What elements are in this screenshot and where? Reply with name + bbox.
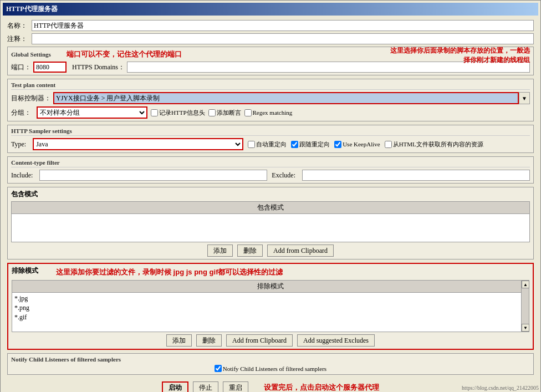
start-btn[interactable]: 启动 [162, 381, 188, 392]
include-list-header: 包含模式 [12, 202, 529, 214]
include-section: 包含模式 包含模式 添加 删除 Add from Clipboard [7, 187, 534, 259]
test-plan-section: Test plan content 目标控制器： ▼ 分组： 不对样本分组 [7, 79, 534, 121]
cb-regex[interactable] [244, 109, 252, 116]
annotation-exclude: 这里添加你要过滤的文件，录制时候 jpg js png gif都可以选择性的过滤 [56, 267, 283, 277]
annotation-target-line2: 择你刚才新建的线程组 [390, 55, 530, 65]
window-title: HTTP代理服务器 [3, 3, 538, 16]
content-filter-row: Include: Exclude: [11, 170, 530, 181]
name-label: 名称： [7, 21, 29, 30]
include-label: Include: [11, 171, 33, 180]
comment-label: 注释： [7, 34, 29, 44]
cb-html[interactable] [385, 141, 392, 148]
sampler-section: HTTP Sampler settings Type: Java 自动重定向 跟… [7, 125, 534, 153]
port-label: 端口： [11, 63, 31, 72]
type-select[interactable]: Java [33, 138, 243, 150]
type-label: Type: [11, 140, 26, 149]
exclude-btn-row: 添加 删除 Add from Clipboard Add suggested E… [12, 334, 529, 347]
exclude-del-btn[interactable]: 删除 [196, 334, 222, 347]
exclude-section-title: 排除模式 [12, 266, 45, 276]
main-window: HTTP代理服务器 名称： 注释： Global Settings 端口可以不变… [0, 0, 541, 392]
cb-notify[interactable] [215, 365, 222, 372]
restart-btn[interactable]: 重启 [223, 381, 248, 392]
test-plan-title: Test plan content [11, 82, 530, 90]
exclude-list-area: 排除模式 *.jpg *.png *.gif ▲ ▼ [12, 280, 529, 332]
annotation-target-line1: 这里选择你后面录制的脚本存放的位置，一般选 [390, 46, 530, 55]
name-row: 名称： [7, 20, 534, 31]
cb-notify-label: Notify Child Listeners of filtered sampl… [215, 365, 326, 372]
cb-keepalive[interactable] [334, 141, 341, 148]
include-section-title: 包含模式 [11, 190, 530, 199]
cb-http[interactable] [151, 109, 158, 116]
port-input[interactable] [33, 62, 67, 73]
sampler-row: Type: Java 自动重定向 跟随重定向 Use KeepAlive [11, 138, 530, 150]
bottom-bar: 启动 停止 重启 设置完后，点击启动这个服务器代理 [7, 378, 534, 392]
cb-regex-label: Regex matching [244, 109, 293, 116]
exclude-label: Exclude: [272, 171, 295, 180]
global-settings-section: Global Settings 端口可以不变，记住这个代理的端口 端口： HTT… [7, 47, 534, 75]
cb-http-label: 记录HTTP信息头 [151, 109, 205, 117]
main-content: 名称： 注释： Global Settings 端口可以不变，记住这个代理的端口… [3, 18, 538, 392]
exclude-add-btn[interactable]: 添加 [166, 334, 192, 347]
include-list-content [12, 214, 529, 242]
annotation-port: 端口可以不变，记住这个代理的端口 [67, 49, 182, 59]
exclude-content-input[interactable] [302, 170, 530, 181]
scroll-up-btn[interactable]: ▲ [522, 281, 529, 288]
name-input[interactable] [32, 20, 534, 31]
target-input[interactable] [53, 92, 519, 104]
target-row: 目标控制器： ▼ [11, 92, 530, 104]
list-item: *.png [12, 303, 529, 313]
cb-keepalive-label: Use KeepAlive [334, 141, 380, 148]
include-del-btn[interactable]: 删除 [237, 245, 263, 257]
comment-row: 注释： [7, 33, 534, 44]
group-label: 分组： [11, 108, 31, 118]
https-label: HTTPS Domains： [72, 63, 125, 72]
exclude-clipboard-btn[interactable]: Add from Clipboard [226, 334, 293, 347]
cb-follow[interactable] [291, 141, 298, 148]
watermark: https://blog.csdn.net/qq_21422005 [462, 385, 539, 391]
include-clipboard-btn[interactable]: Add from Clipboard [267, 245, 334, 257]
cb-redirect[interactable] [248, 141, 255, 148]
exclude-list-content: *.jpg *.png *.gif [12, 293, 529, 332]
exclude-scrollbar: ▲ ▼ [521, 281, 529, 332]
exclude-list-header: 排除模式 [12, 281, 529, 293]
include-list-area: 包含模式 [11, 201, 530, 242]
group-row: 分组： 不对样本分组 记录HTTP信息头 添加断言 Regex m [11, 106, 530, 119]
include-add-btn[interactable]: 添加 [207, 245, 233, 257]
list-item: *.gif [12, 313, 529, 322]
cb-add-label: 添加断言 [208, 109, 241, 117]
exclude-section: 排除模式 这里添加你要过滤的文件，录制时候 jpg js png gif都可以选… [7, 263, 534, 350]
comment-input[interactable] [32, 33, 534, 44]
target-label: 目标控制器： [11, 94, 51, 103]
target-dropdown-btn[interactable]: ▼ [519, 92, 530, 104]
cb-add[interactable] [208, 109, 216, 116]
notify-section: Notify Child Listeners of filtered sampl… [7, 353, 534, 375]
cb-redirect-label: 自动重定向 [248, 140, 287, 149]
include-btn-row: 添加 删除 Add from Clipboard [11, 245, 530, 257]
content-filter-section: Content-type filter Include: Exclude: [7, 156, 534, 184]
notify-title: Notify Child Listeners of filtered sampl… [11, 356, 530, 363]
annotation-start: 设置完后，点击启动这个服务器代理 [264, 383, 379, 392]
group-select[interactable]: 不对样本分组 [37, 106, 147, 119]
content-filter-title: Content-type filter [11, 159, 530, 167]
global-settings-title: Global Settings [11, 51, 51, 58]
stop-btn[interactable]: 停止 [193, 381, 218, 392]
exclude-suggested-btn[interactable]: Add suggested Excludes [297, 334, 375, 347]
include-input[interactable] [39, 170, 267, 181]
sampler-title: HTTP Sampler settings [11, 128, 530, 136]
scroll-down-btn[interactable]: ▼ [522, 324, 529, 332]
list-item: *.jpg [12, 294, 529, 303]
cb-html-label: 从HTML文件获取所有内容的资源 [385, 140, 483, 149]
cb-follow-label: 跟随重定向 [291, 140, 330, 149]
